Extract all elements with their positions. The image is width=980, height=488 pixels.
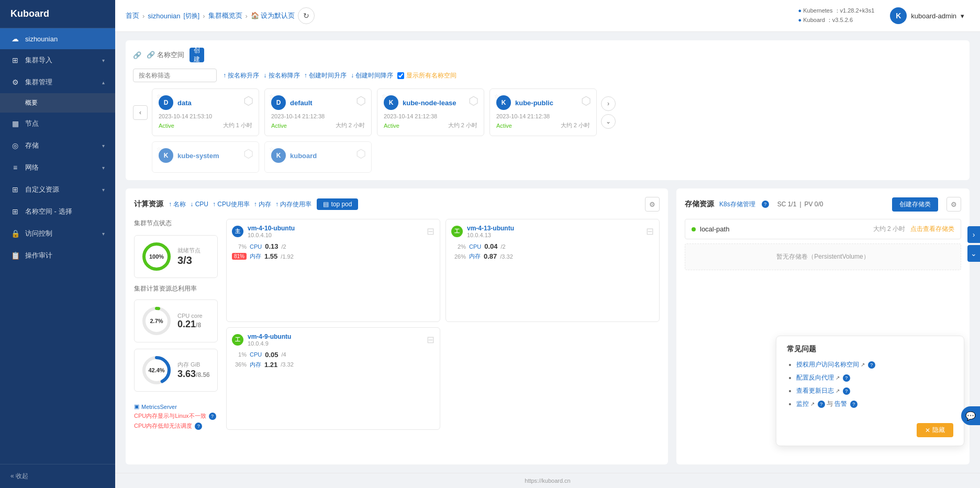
faq-help-4[interactable]: ? — [818, 401, 825, 408]
sidebar-item-overview[interactable]: 概要 — [0, 93, 115, 113]
ns-card-kube-public[interactable]: ☆ K kube-public 2023-10-14 21:12:38 Acti… — [489, 88, 597, 136]
star-icon-kube-public[interactable]: ☆ — [494, 93, 499, 99]
ns-card-data[interactable]: ☆ D data 2023-10-14 21:53:10 Active 大约 1… — [152, 88, 259, 136]
sort-mem-link[interactable]: ↑ 内存 — [254, 200, 271, 209]
nodes-icon: ▦ — [10, 119, 20, 128]
storage-settings-btn[interactable]: ⚙ — [946, 197, 961, 212]
ns-card-kube-system[interactable]: ☆ K kube-system ⬡ — [152, 141, 259, 173]
node-card-vm413[interactable]: 工 vm-4-13-ubuntu 10.0.4.13 ⊟ 2% — [446, 219, 660, 322]
ns-cube-icon-kube-node-lease: ⬡ — [469, 94, 478, 108]
faq-link-1[interactable]: 授权用户访问名称空间 — [796, 361, 859, 368]
import-icon: ⊞ — [10, 56, 20, 64]
sidebar-item-manage[interactable]: ⚙ 集群管理 ▴ — [0, 71, 115, 93]
faq-help-3[interactable]: ? — [843, 387, 850, 395]
breadcrumb-default[interactable]: 🏠 设为默认页 — [251, 11, 295, 20]
sidebar-item-import[interactable]: ⊞ 集群导入 ▾ — [0, 49, 115, 71]
metrics-note1-help[interactable]: ? — [209, 413, 216, 420]
star-icon-data[interactable]: ☆ — [157, 93, 161, 99]
topbar: 首页 › sizhounian [切换] › 集群概览页 › 🏠 设为默认页 ↻… — [115, 0, 980, 32]
create-namespace-btn[interactable]: 创建 — [190, 48, 204, 62]
sort-name-desc[interactable]: ↓ 按名称降序 — [263, 71, 299, 80]
sidebar-item-storage[interactable]: ◎ 存储 ▾ — [0, 135, 115, 157]
faq-link-2[interactable]: 配置反向代理 — [796, 374, 834, 381]
storage-header: 存储资源 K8s存储管理 ? SC 1/1 | PV 0/0 创建存储类 ⚙ — [685, 197, 961, 212]
sc-name: local-path — [700, 225, 729, 233]
sidebar-access-label: 访问控制 — [25, 229, 97, 238]
star-icon-kuboard[interactable]: ☆ — [269, 146, 274, 152]
cpu-val-vm49: 0.05 — [265, 351, 278, 359]
breadcrumb-home[interactable]: 首页 — [126, 11, 139, 20]
cpu-total: 8 — [197, 321, 201, 329]
sidebar-item-custom[interactable]: ⊞ 自定义资源 ▾ — [0, 179, 115, 201]
ns-card-kube-node-lease[interactable]: ☆ K kube-node-lease 2023-10-14 21:12:38 … — [377, 88, 484, 136]
sort-name-link[interactable]: ↑ 名称 — [169, 200, 186, 209]
storage-class-row[interactable]: local-path 大约 2 小时 点击查看存储类 — [685, 219, 961, 239]
sidebar-item-network[interactable]: ≡ 网络 ▾ — [0, 157, 115, 179]
breadcrumb-switch[interactable]: [切换] — [184, 12, 200, 20]
ns-time-kube-node-lease: 2023-10-14 21:12:38 — [384, 113, 477, 119]
sidebar-item-access[interactable]: 🔒 访问控制 ▾ — [0, 223, 115, 245]
cpu-total-vm49: /4 — [282, 351, 286, 358]
sidebar-item-nodes[interactable]: ▦ 节点 — [0, 113, 115, 135]
sc-view-link[interactable]: 点击查看存储类 — [910, 225, 954, 234]
chat-button[interactable]: 💬 — [961, 406, 980, 425]
compute-settings-btn[interactable]: ⚙ — [645, 197, 660, 212]
ns-nav-up-btn[interactable]: › — [601, 96, 616, 111]
star-icon-kube-node-lease[interactable]: ☆ — [382, 93, 386, 99]
user-dropdown-icon: ▾ — [961, 12, 964, 20]
sidebar-collapse-btn[interactable]: « 收起 — [0, 464, 115, 488]
faq-help-2[interactable]: ? — [843, 374, 850, 382]
sidebar-item-namespace[interactable]: ⊞ 名称空间 - 选择 — [0, 201, 115, 223]
sort-name-asc[interactable]: ↑ 按名称升序 — [223, 71, 259, 80]
star-icon-default[interactable]: ☆ — [269, 93, 274, 99]
storage-stats: SC 1/1 | PV 0/0 — [777, 201, 823, 208]
ns-prev-btn[interactable]: ‹ — [133, 105, 148, 120]
metrics-note2-help[interactable]: ? — [195, 423, 202, 430]
node-status-box: 100% 就绪节点 3/3 — [134, 235, 218, 278]
faq-hide-btn[interactable]: ✕ 隐藏 — [917, 423, 953, 437]
sort-cpu-usage-link[interactable]: ↑ CPU使用率 — [213, 200, 250, 209]
node-badge-worker-vm49: 工 — [232, 334, 243, 346]
ns-card-default[interactable]: ☆ D default 2023-10-14 21:12:38 Active 大… — [264, 88, 372, 136]
pv-label: PV 0/0 — [805, 201, 823, 208]
metrics-server-link[interactable]: MetricsServer — [141, 404, 177, 410]
k8s-storage-link[interactable]: K8s存储管理 — [719, 200, 755, 209]
sidebar-custom-label: 自定义资源 — [25, 185, 97, 194]
top-pod-btn[interactable]: ▤ top pod — [317, 198, 358, 210]
ns-card-kuboard[interactable]: ☆ K kuboard ⬡ — [264, 141, 372, 173]
faq-link-alert[interactable]: 告警 — [834, 400, 847, 407]
faq-help-1[interactable]: ? — [868, 361, 875, 369]
faq-item-3: 查看更新日志 ↗ ? — [796, 386, 953, 395]
sort-mem-usage-link[interactable]: ↑ 内存使用率 — [275, 200, 311, 209]
cpu-val-vm413: 0.04 — [484, 242, 497, 250]
faq-help-alert[interactable]: ? — [850, 401, 858, 408]
k8s-storage-help[interactable]: ? — [762, 201, 769, 208]
create-storage-btn[interactable]: 创建存储类 — [892, 197, 938, 212]
show-all-checkbox[interactable] — [397, 72, 404, 79]
breadcrumb-overview[interactable]: 集群概览页 — [208, 11, 242, 20]
ns-nav-down-btn[interactable]: ⌄ — [601, 114, 616, 129]
node-card-vm410[interactable]: 主 vm-4-10-ubuntu 10.0.4.10 ⊟ 7% — [226, 219, 440, 322]
refresh-button[interactable]: ↻ — [298, 7, 315, 24]
stats-sep: | — [799, 201, 801, 208]
faq-link-4[interactable]: 监控 — [796, 400, 809, 407]
star-icon-kube-system[interactable]: ☆ — [157, 146, 161, 152]
cluster-icon: ☁ — [10, 35, 20, 43]
compute-content: 集群节点状态 100% 就绪节点 — [134, 219, 660, 430]
sort-cpu-link[interactable]: ↓ CPU — [190, 201, 208, 208]
sidebar-item-audit[interactable]: 📋 操作审计 — [0, 245, 115, 267]
server-icon-vm410: ⊟ — [427, 226, 435, 237]
namespace-search-input[interactable] — [133, 69, 217, 82]
faq-link-3[interactable]: 查看更新日志 — [796, 387, 834, 394]
sort-time-desc[interactable]: ↓ 创建时间降序 — [351, 71, 393, 80]
sidebar-item-sizhounian[interactable]: ☁ sizhounian — [0, 28, 115, 49]
ns-footer-kube-public: Active 大约 2 小时 — [496, 121, 590, 129]
ns-time-data: 2023-10-14 21:53:10 — [159, 113, 252, 119]
show-all-label[interactable]: 显示所有名称空间 — [397, 71, 456, 80]
right-arrow-up[interactable]: › — [967, 226, 980, 243]
sort-time-asc[interactable]: ↑ 创建时间升序 — [304, 71, 347, 80]
node-card-vm49[interactable]: 工 vm-4-9-ubuntu 10.0.4.9 ⊟ 1% C — [226, 327, 440, 430]
breadcrumb-cluster[interactable]: sizhounian — [148, 12, 180, 20]
user-menu-btn[interactable]: K kuboard-admin ▾ — [885, 5, 970, 26]
right-arrow-down[interactable]: ⌄ — [967, 245, 980, 262]
